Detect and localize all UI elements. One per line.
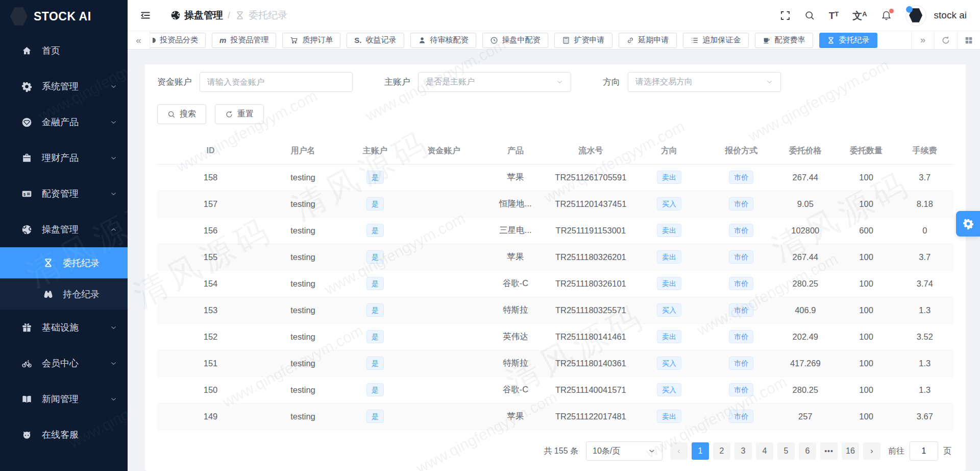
tag-badge: 市价 (729, 250, 753, 264)
binoculars-icon (43, 289, 55, 299)
field-main-account: 主账户 是否是主账户 (384, 72, 571, 92)
table-body: 158testing是苹果TR2511261705591卖出市价267.4410… (157, 164, 953, 430)
briefcase-icon (21, 153, 34, 163)
tag-badge: 市价 (729, 197, 753, 210)
pager-page-4[interactable]: 4 (756, 442, 773, 460)
capital-account-input-field[interactable] (207, 78, 345, 87)
orders-table-wrap: ID用户名主账户资金账户产品流水号方向报价方式委托价格委托数量手续费 158te… (157, 138, 953, 430)
tab-待审核配资[interactable]: 待审核配资 (410, 33, 476, 48)
notification-bell-icon[interactable] (881, 10, 892, 21)
search-icon (167, 110, 176, 119)
sidebar-item-会员中心[interactable]: 会员中心 (0, 345, 128, 381)
hourglass-icon (43, 257, 55, 268)
clock-icon (490, 36, 498, 44)
pager-page-5[interactable]: 5 (777, 442, 795, 460)
gear-icon (21, 81, 34, 92)
column-header-主账户: 主账户 (342, 138, 408, 164)
pager-prev-icon[interactable]: ‹ (670, 442, 688, 460)
pager-more[interactable]: ••• (820, 442, 838, 460)
pager-page-16[interactable]: 16 (842, 442, 859, 460)
m-icon: m (219, 36, 226, 44)
direction-select[interactable]: 请选择交易方向 (628, 72, 781, 92)
link-icon (626, 36, 634, 44)
refresh-tab-icon[interactable] (934, 31, 957, 49)
breadcrumb-parent[interactable]: 操盘管理 (170, 9, 223, 22)
tag-badge: 买入 (657, 197, 681, 210)
sidebar-item-操盘管理[interactable]: 操盘管理 (0, 211, 128, 247)
pager-page-2[interactable]: 2 (713, 442, 730, 460)
translate-icon[interactable]: 文A (852, 11, 867, 20)
column-header-手续费: 手续费 (896, 138, 953, 164)
tag-badge: 是 (366, 383, 384, 396)
tab-追加保证金[interactable]: 追加保证金 (683, 33, 749, 48)
sidebar-item-金融产品[interactable]: 金融产品 (0, 104, 128, 140)
font-size-icon[interactable]: TT (829, 11, 839, 20)
sidebar-item-配资管理[interactable]: $ 配资管理 (0, 176, 128, 211)
pager-page-6[interactable]: 6 (799, 442, 816, 460)
chevron-down-icon (110, 154, 117, 162)
cart-icon (290, 36, 298, 44)
field-direction: 方向 请选择交易方向 (603, 72, 781, 92)
tag-badge: 市价 (729, 330, 753, 343)
reset-button[interactable]: 重置 (215, 104, 264, 124)
sidebar-item-系统管理[interactable]: 系统管理 (0, 68, 128, 104)
tabs-scroll-right-icon[interactable]: » (911, 31, 934, 49)
sidebar-item-新闻管理[interactable]: 新闻管理 (0, 381, 128, 417)
tab-扩资申请[interactable]: 扩资申请 (554, 33, 612, 48)
collapse-menu-icon[interactable] (140, 10, 151, 21)
pager-page-3[interactable]: 3 (734, 442, 752, 460)
tab-延期申请[interactable]: 延期申请 (619, 33, 677, 48)
page-jump-input[interactable] (910, 441, 938, 461)
breadcrumb-separator: / (228, 10, 230, 21)
svg-text:$: $ (23, 192, 26, 196)
tab-质押订单[interactable]: 质押订单 (282, 33, 340, 48)
notification-dot (889, 9, 894, 13)
chevron-down-icon (648, 447, 656, 455)
tag-badge: 是 (366, 303, 384, 317)
sidebar-item-理财产品[interactable]: 理财产品 (0, 140, 128, 176)
sidebar-subitem-委托纪录[interactable]: 委托纪录 (0, 247, 128, 278)
bike-icon (21, 358, 34, 369)
page-jump: 前往 页 (888, 441, 951, 461)
tag-badge: 买入 (657, 383, 681, 396)
column-header-ID: ID (157, 138, 264, 164)
sidebar-menu: 首页 系统管理 金融产品 理财产品$ 配资管理 操盘管理委托纪录持仓纪录 基础设… (0, 33, 128, 453)
pager-page-1[interactable]: 1 (692, 442, 709, 460)
avatar[interactable] (905, 5, 926, 26)
fullscreen-icon[interactable] (780, 10, 791, 21)
tab-委托纪录[interactable]: 委托纪录 (819, 33, 877, 48)
hourglass-icon (827, 36, 835, 44)
globe-icon (21, 224, 34, 235)
tab-配资费率[interactable]: 配资费率 (755, 33, 813, 48)
tab-投资品分类[interactable]: 投资品分类 (150, 33, 206, 48)
search-icon[interactable] (804, 10, 815, 21)
table-row: 158testing是苹果TR2511261705591卖出市价267.4410… (157, 164, 953, 191)
main-account-select[interactable]: 是否是主账户 (418, 72, 571, 92)
main-column: 操盘管理 / 委托纪录 TT 文A stock ai (128, 0, 980, 471)
hourglass-icon (235, 10, 245, 20)
tag-badge: 是 (366, 171, 384, 184)
sidebar-item-首页[interactable]: 首页 (0, 33, 128, 68)
tab-操盘中配资[interactable]: 操盘中配资 (482, 33, 548, 48)
sidebar-subitem-持仓纪录[interactable]: 持仓纪录 (0, 278, 128, 310)
settings-gear-button[interactable] (956, 211, 980, 237)
tag-badge: 是 (366, 410, 384, 423)
column-header-产品: 产品 (480, 138, 551, 164)
page-size-select[interactable]: 10条/页 (586, 441, 663, 461)
tab-投资品管理[interactable]: m投资品管理 (212, 33, 276, 48)
pager-next-icon[interactable]: › (863, 442, 880, 460)
breadcrumb: 操盘管理 / 委托纪录 (170, 9, 287, 22)
tab-收益记录[interactable]: S.收益记录 (347, 33, 404, 48)
grid-menu-icon[interactable] (957, 31, 980, 49)
table-row: 151testing是特斯拉TR2511180140361买入市价417.269… (157, 350, 953, 376)
sidebar-item-在线客服[interactable]: 在线客服 (0, 417, 128, 453)
tag-badge: 市价 (729, 224, 753, 237)
app-root: STOCK AI 首页 系统管理 金融产品 理财产品$ 配资管理 操盘管理委托纪… (0, 0, 980, 471)
tabs-scroll-left-icon[interactable]: « (128, 31, 150, 49)
calculator-icon (562, 36, 570, 44)
diamond-icon (21, 117, 34, 128)
sidebar-item-基础设施[interactable]: 基础设施 (0, 310, 128, 345)
orders-table: ID用户名主账户资金账户产品流水号方向报价方式委托价格委托数量手续费 158te… (157, 138, 953, 430)
search-button[interactable]: 搜索 (157, 104, 206, 124)
capital-account-input[interactable] (200, 72, 353, 92)
